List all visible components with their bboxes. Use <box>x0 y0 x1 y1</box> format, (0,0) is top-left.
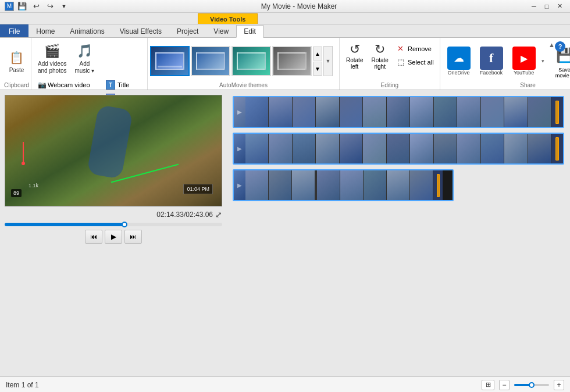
timeline-area: ▶ <box>227 90 570 376</box>
add-music-icon: 🎵 <box>75 42 94 60</box>
track-1-frame <box>245 97 269 127</box>
close-btn[interactable]: ✕ <box>554 1 565 12</box>
track-3b-frame <box>317 170 340 200</box>
themes-up-btn[interactable]: ▲ <box>313 47 322 60</box>
themes-down-btn[interactable]: ▼ <box>313 62 322 76</box>
video-tools-indicator: Video Tools <box>0 13 570 24</box>
share-label: Share <box>444 82 570 88</box>
status-item-count: Item 1 of 1 <box>6 381 39 389</box>
editing-group: ↺ Rotate left ↻ Rotate right ✕ Remove ⬚ … <box>340 38 440 90</box>
track-2-frame <box>269 134 292 163</box>
onedrive-btn[interactable]: ☁ OneDrive <box>444 45 474 77</box>
fit-to-window-btn[interactable]: ⊞ <box>482 380 494 390</box>
webcam-video-btn[interactable]: 📷 Webcam video <box>35 79 101 91</box>
editing-label: Editing <box>343 82 436 88</box>
track-3-strip: ▶ <box>234 170 453 200</box>
rotate-left-btn[interactable]: ↺ Rotate left <box>343 40 366 72</box>
theme-2-thumb[interactable] <box>191 46 230 76</box>
themes-more-btn[interactable]: ▼ <box>323 46 333 76</box>
forward-btn[interactable]: ⏭ <box>124 230 142 244</box>
track-3b-frame <box>364 170 387 200</box>
rotate-left-icon: ↺ <box>350 42 360 57</box>
track-1-frame <box>293 97 316 127</box>
add-music-label: Add music ▾ <box>75 60 95 74</box>
maximize-btn[interactable]: □ <box>541 1 553 12</box>
share-dropdown-icon: ▾ <box>542 58 547 64</box>
themes-nav: ▲ ▼ <box>313 47 322 76</box>
quick-dropdown-btn[interactable]: ▼ <box>58 1 70 12</box>
rotate-right-icon: ↻ <box>375 42 385 57</box>
track-3b-frame <box>410 170 433 200</box>
automovie-group: ▲ ▼ ▼ AutoMovie themes <box>148 38 340 90</box>
zoom-out-btn[interactable]: − <box>499 380 510 390</box>
tab-project[interactable]: Project <box>169 24 206 37</box>
select-all-btn[interactable]: ⬚ Select all <box>394 56 436 68</box>
track-1-frame <box>316 97 339 127</box>
expand-preview-btn[interactable]: ⤢ <box>215 210 222 219</box>
track-1-frame <box>387 97 410 127</box>
add-videos-button[interactable]: 🎬 Add videos and photos <box>35 40 70 76</box>
theme-1-thumb[interactable] <box>150 46 190 76</box>
track-3a-frame <box>292 170 315 200</box>
zoom-in-btn[interactable]: + <box>554 380 564 390</box>
onedrive-label: OneDrive <box>448 70 470 76</box>
zoom-slider[interactable] <box>514 384 549 386</box>
theme-4-thumb[interactable] <box>272 46 312 76</box>
track-2-frame <box>504 134 528 163</box>
clipboard-label: Clipboard <box>4 82 29 88</box>
rewind-btn[interactable]: ⏮ <box>85 230 102 244</box>
theme-3-thumb[interactable] <box>231 46 271 76</box>
timeline-track-1[interactable]: ▶ <box>233 96 564 128</box>
track-1-frame <box>410 97 433 127</box>
seek-knob[interactable] <box>122 222 127 227</box>
help-button[interactable]: ? <box>555 41 565 52</box>
tab-visual-effects[interactable]: Visual Effects <box>112 24 169 37</box>
app-icon: M <box>5 2 14 11</box>
timeline-track-2[interactable]: ▶ <box>233 133 564 165</box>
tab-view[interactable]: View <box>206 24 236 37</box>
tab-home[interactable]: Home <box>28 24 62 37</box>
track-2-frame <box>481 134 504 163</box>
ribbon: 📋 Paste Clipboard 🎬 Add videos and photo… <box>0 38 570 90</box>
quick-undo-btn[interactable]: ↩ <box>30 1 42 12</box>
timeline-track-3[interactable]: ▶ <box>233 169 454 201</box>
paste-icon: 📋 <box>8 48 26 67</box>
remove-btn[interactable]: ✕ Remove <box>394 42 436 55</box>
collapse-ribbon-btn[interactable]: ▲ <box>548 41 555 48</box>
paste-label: Paste <box>9 67 24 74</box>
preview-time: 02:14.33/02:43.06 ⤢ <box>5 210 222 219</box>
youtube-label: YouTube <box>514 70 534 76</box>
add-music-button[interactable]: 🎵 Add music ▾ <box>72 40 98 76</box>
title-bar: M 💾 ↩ ↪ ▼ My Movie - Movie Maker ─ □ ✕ <box>0 0 570 13</box>
rotate-left-label: Rotate left <box>346 57 363 70</box>
title-bar-left: M 💾 ↩ ↪ ▼ <box>5 1 70 12</box>
track-1-frame <box>363 97 386 127</box>
youtube-btn[interactable]: ▶ YouTube <box>509 45 539 77</box>
playback-controls: ⏮ ▶ ⏭ <box>5 230 222 244</box>
track-3b-frame <box>387 170 410 200</box>
track-3b-frame <box>340 170 364 200</box>
zoom-knob[interactable] <box>529 382 535 388</box>
ribbon-wrapper: File Home Animations Visual Effects Proj… <box>0 24 570 38</box>
tab-edit[interactable]: Edit <box>236 25 263 38</box>
add-videos-icon: 🎬 <box>43 42 62 60</box>
track-2-frame <box>387 134 410 163</box>
track-3a-frame <box>269 170 292 200</box>
track-1-frame <box>269 97 292 127</box>
play-btn[interactable]: ▶ <box>105 230 122 244</box>
minimize-btn[interactable]: ─ <box>528 1 540 12</box>
tab-animations[interactable]: Animations <box>62 24 112 37</box>
seek-bar[interactable] <box>5 223 222 226</box>
quick-save-btn[interactable]: 💾 <box>16 1 28 12</box>
facebook-btn[interactable]: f Facebook <box>476 45 507 77</box>
quick-redo-btn[interactable]: ↪ <box>44 1 56 12</box>
tab-file[interactable]: File <box>0 24 28 37</box>
window-controls: ─ □ ✕ <box>528 1 565 12</box>
webcam-icon: 📷 <box>37 80 47 90</box>
title-btn[interactable]: T Title <box>104 79 142 91</box>
preview-video[interactable]: 01:04 PM 89 1.1k <box>5 95 222 206</box>
paste-button[interactable]: 📋 Paste <box>5 47 29 76</box>
title-icon: T <box>106 80 115 90</box>
rotate-right-btn[interactable]: ↻ Rotate right <box>368 40 391 72</box>
satellite-image: 01:04 PM 89 1.1k <box>5 95 222 206</box>
